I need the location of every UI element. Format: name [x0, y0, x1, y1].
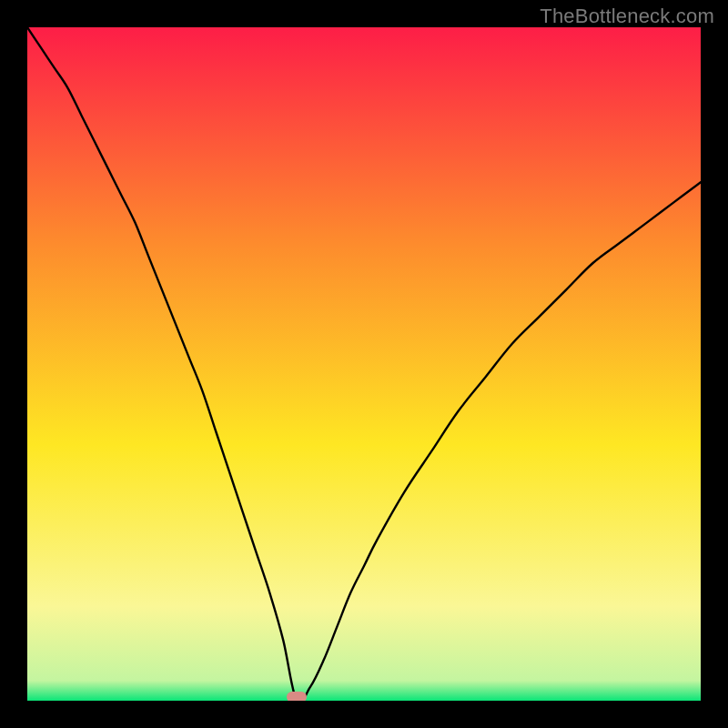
- plot-area: [27, 27, 701, 701]
- bottleneck-curve: [27, 27, 701, 701]
- minimum-marker: [287, 692, 307, 701]
- watermark-text: TheBottleneck.com: [540, 5, 714, 28]
- chart-frame: TheBottleneck.com: [0, 0, 728, 728]
